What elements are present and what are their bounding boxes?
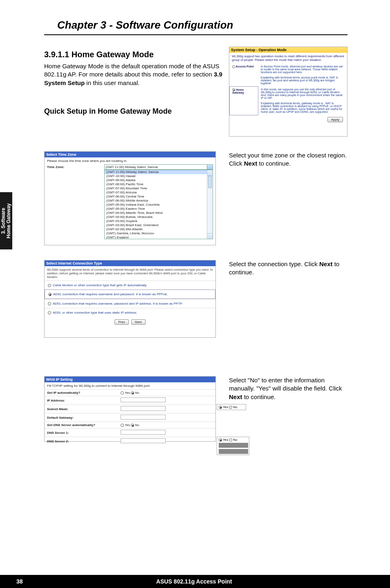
ct-option-pptp[interactable]: ADSL connection that requires username, … [45,299,215,308]
caption-wan-pre: Select "No" to enter the information man… [229,377,342,392]
tz-option[interactable]: (GMT-05:00) Indiana East, Colombia [105,203,213,207]
row-get-ip-label: Get IP automatically? [45,390,118,396]
radio-icon[interactable] [121,391,124,395]
no-label: No [135,423,139,427]
page-footer: 38 ASUS 802.11g Access Point [0,575,390,588]
radio-icon[interactable] [48,284,51,287]
tz-option[interactable]: (GMT-04:00) Atlantic Time, Brazil West [105,211,213,215]
radio-icon[interactable] [131,424,134,427]
caption-wan: Select "No" to enter the information man… [229,376,347,401]
connection-type-desc: WL500b supports several kinds of connect… [45,266,215,281]
caption-tz-bold: Next [244,160,258,167]
float-yes-no-1[interactable]: Yes No [217,404,246,410]
next-button[interactable]: Next [131,319,145,325]
screenshot-time-zone: Select Time Zone Please choose the time … [44,151,216,245]
chapter-rule [44,34,347,35]
ct-option-pppoe[interactable]: ADSL connection that requires username a… [45,290,215,299]
yes-label: Yes [223,438,228,442]
scroll-up-icon[interactable] [207,170,213,176]
tz-option[interactable]: (GMT-02:00) Mid-Atlantic [105,227,213,231]
row-get-ip-value[interactable]: Yes No [118,390,215,396]
yes-label: Yes [125,423,130,427]
caption-ct-bold: Next [319,260,333,267]
tz-option[interactable]: (GMT-05:00) Eastern Time [105,207,213,211]
radio-icon[interactable] [131,391,134,395]
tz-option[interactable]: (GMT-03:00) Brazil East, Greenland [105,223,213,227]
caption-ct-pre: Select the connection type. Click [229,260,319,267]
time-zone-dropdown[interactable]: (GMT-11:00) Midway Island, Samoa (GMT-10… [104,170,213,239]
radio-icon[interactable] [232,65,235,68]
tz-option[interactable]: (GMT-07:00) Mountain Time [105,186,213,191]
apply-button[interactable]: Apply [327,117,343,122]
row-subnet-label: Subnet Mask: [45,405,118,413]
mode-access-point-cell[interactable]: Access Point [230,63,258,86]
tz-option[interactable]: (GMT) England [105,236,213,239]
ct-option-cable[interactable]: Cable Modem or other connection type tha… [45,281,215,290]
screenshot-wan-ip: WAN IP Setting Fill TCP/IP setting for W… [44,376,216,442]
disabled-field [219,443,248,448]
screenshot-system-setup: System Setup - Operation Mode WL300g sup… [229,47,347,137]
mode-home-gateway-cell[interactable]: Home Gateway [230,86,258,115]
tz-option[interactable]: (GMT-06:00) Central Time [105,195,213,199]
mode-home-gateway-desc-b: Explaining with technical terms, gateway… [261,102,345,113]
time-zone-sub: Please choose the time zone where you ar… [45,157,215,164]
side-tab: 3. Software Home Gateway [0,192,12,249]
tz-option[interactable]: (GMT-03:00) Guyana [105,219,213,223]
time-zone-selected-value: (GMT-11:00) Midway Island, Samoa [105,165,158,169]
radio-icon[interactable] [232,88,235,91]
yes-label: Yes [125,391,130,395]
dns2-input[interactable] [121,438,166,443]
radio-icon[interactable] [229,406,232,409]
no-label: No [233,438,237,442]
ct-option-label: ADSL connection that requires username a… [53,292,168,296]
radio-icon[interactable] [48,293,52,296]
ct-option-label: ADSL connection that requires username, … [53,302,183,305]
tz-option[interactable]: (GMT-11:00) Midway Island, Samoa [105,170,213,174]
time-zone-label: Time Zone: [47,164,104,170]
intro-post: in this user manual. [85,79,139,86]
section-heading: 3.9.1.1 Home Gateway Mode [44,50,154,59]
ip-address-input[interactable] [121,397,166,402]
connection-type-titlebar: Select Internet Connection Type [45,260,215,266]
tz-option[interactable]: (GMT-06:00) Middle America [105,199,213,203]
tz-option[interactable]: (GMT-07:00) Arizona [105,191,213,195]
time-zone-select[interactable]: (GMT-11:00) Midway Island, Samoa [104,164,213,170]
radio-icon[interactable] [121,424,124,427]
radio-icon[interactable] [219,406,222,409]
wan-ip-desc: Fill TCP/IP setting for WL300g to connec… [45,382,215,389]
radio-icon[interactable] [48,302,51,305]
mode-access-point-label: Access Point [236,65,254,68]
caption-tz-post: to continue. [257,160,291,167]
radio-icon[interactable] [219,438,222,442]
mode-home-gateway-desc-a: In this mode, we suppose you use the onl… [261,88,345,99]
subnet-mask-input[interactable] [121,406,166,411]
scroll-down-icon[interactable] [207,233,213,239]
chevron-down-icon[interactable] [207,165,213,169]
tz-option[interactable]: (GMT-08:00) Pacific Time [105,182,213,186]
prev-button[interactable]: Prev [114,319,128,325]
scrollbar[interactable] [207,170,213,239]
side-tab-line2: Home Gateway [6,203,11,238]
caption-wan-bold: Next [229,393,242,400]
system-setup-titlebar: System Setup - Operation Mode [229,47,347,53]
caption-time-zone: Select your time zone or the closest reg… [229,151,347,168]
intro-pre: Home Gateway Mode is the default operati… [44,63,220,78]
radio-icon[interactable] [229,438,232,442]
default-gateway-input[interactable] [121,415,166,420]
no-label: No [135,391,139,395]
disabled-field [219,449,248,454]
tz-option[interactable]: (GMT-10:00) Hawaii [105,174,213,178]
scroll-thumb[interactable] [208,176,212,188]
row-get-dns-value[interactable]: Yes No [118,422,215,429]
tz-option[interactable]: (GMT-04:00) Bolivia, Venezuela [105,215,213,219]
float-yes-no-2[interactable]: Yes No [217,437,249,455]
tz-option[interactable]: (GMT-09:00) Alaska [105,178,213,182]
intro-paragraph: Home Gateway Mode is the default operati… [44,62,224,87]
ct-option-static[interactable]: ADSL or other connection type that uses … [45,308,215,317]
chapter-title: Chapter 3 - Software Configuration [57,19,233,31]
radio-icon[interactable] [48,311,51,314]
tz-option[interactable]: (GMT) Gambia, Liberia, Morocco [105,231,213,236]
caption-connection-type: Select the connection type. Click Next t… [229,260,347,277]
dns1-input[interactable] [121,430,166,435]
wan-ip-titlebar: WAN IP Setting [45,377,215,382]
